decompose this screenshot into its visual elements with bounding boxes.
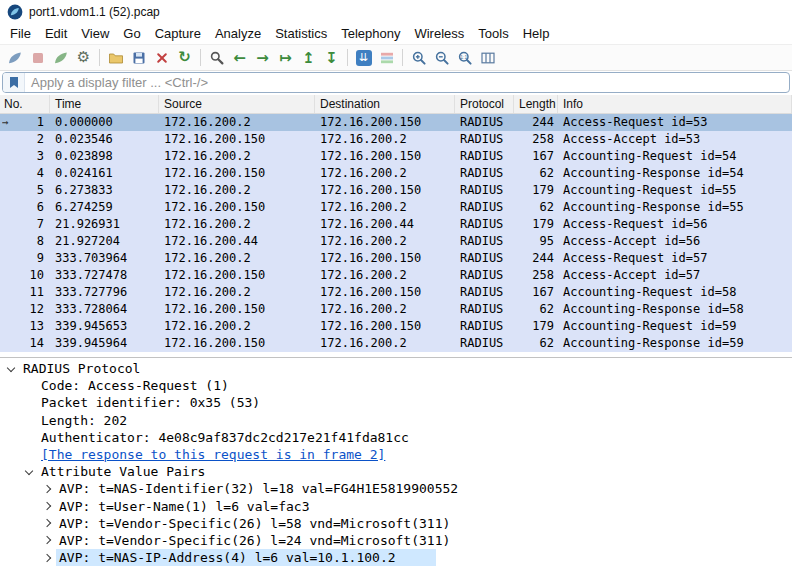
detail-line[interactable]: RADIUS Protocol	[2, 360, 792, 377]
expand-icon[interactable]	[38, 486, 56, 492]
go-forward-icon[interactable]: →	[251, 46, 274, 69]
expand-icon[interactable]	[38, 520, 56, 526]
packet-row-14[interactable]: 14339.945964172.16.200.150172.16.200.2RA…	[0, 335, 792, 352]
go-last-packet-icon[interactable]: ↧	[320, 46, 343, 69]
zoom-out-icon[interactable]	[430, 46, 453, 69]
destination-cell: 172.16.200.150	[315, 284, 455, 301]
column-header-protocol[interactable]: Protocol	[455, 95, 514, 113]
capture-options-icon[interactable]: ⚙	[72, 46, 95, 69]
menu-analyze[interactable]: Analyze	[208, 24, 268, 43]
column-header-no[interactable]: No.	[0, 95, 50, 113]
packet-row-4[interactable]: 40.024161172.16.200.150172.16.200.2RADIU…	[0, 165, 792, 182]
menu-telephony[interactable]: Telephony	[334, 24, 407, 43]
packet-row-1[interactable]: 1→0.000000172.16.200.2172.16.200.150RADI…	[0, 114, 792, 131]
source-cell: 172.16.200.150	[159, 165, 315, 182]
protocol-cell: RADIUS	[455, 165, 514, 182]
stop-capture-icon[interactable]	[26, 46, 49, 69]
length-cell: 179	[514, 318, 558, 335]
packet-row-3[interactable]: 30.023898172.16.200.2172.16.200.150RADIU…	[0, 148, 792, 165]
detail-line[interactable]: AVP: t=NAS-IP-Address(4) l=6 val=10.1.10…	[2, 549, 792, 566]
detail-text: Authenticator: 4e08c9af837dc2cd217e21f41…	[38, 429, 412, 446]
packet-row-2[interactable]: 20.023546172.16.200.150172.16.200.2RADIU…	[0, 131, 792, 148]
no-cell: 10	[0, 267, 50, 284]
detail-line[interactable]: AVP: t=Vendor-Specific(26) l=58 vnd=Micr…	[2, 515, 792, 532]
zoom-100-icon[interactable]: 1:1	[453, 46, 476, 69]
zoom-in-icon[interactable]	[407, 46, 430, 69]
menu-edit[interactable]: Edit	[38, 24, 74, 43]
packet-row-11[interactable]: 11333.727796172.16.200.2172.16.200.150RA…	[0, 284, 792, 301]
menu-file[interactable]: File	[3, 24, 38, 43]
reload-file-icon[interactable]: ↻	[173, 46, 196, 69]
menu-capture[interactable]: Capture	[148, 24, 208, 43]
protocol-cell: RADIUS	[455, 216, 514, 233]
detail-line[interactable]: AVP: t=Vendor-Specific(26) l=24 vnd=Micr…	[2, 532, 792, 549]
no-cell: 3	[0, 148, 50, 165]
expand-icon[interactable]	[38, 537, 56, 543]
expand-icon[interactable]	[38, 503, 56, 509]
menu-help[interactable]: Help	[516, 24, 557, 43]
packet-row-12[interactable]: 12333.728064172.16.200.150172.16.200.2RA…	[0, 301, 792, 318]
info-cell: Accounting-Response id=54	[558, 165, 792, 182]
packet-row-9[interactable]: 9333.703964172.16.200.2172.16.200.150RAD…	[0, 250, 792, 267]
detail-text: AVP: t=Vendor-Specific(26) l=24 vnd=Micr…	[56, 532, 453, 549]
start-capture-icon[interactable]	[3, 46, 26, 69]
menu-statistics[interactable]: Statistics	[268, 24, 334, 43]
find-packet-icon[interactable]	[205, 46, 228, 69]
info-cell: Accounting-Response id=55	[558, 199, 792, 216]
detail-line[interactable]: AVP: t=NAS-Identifier(32) l=18 val=FG4H1…	[2, 480, 792, 497]
column-header-destination[interactable]: Destination	[315, 95, 455, 113]
collapse-icon[interactable]	[2, 367, 20, 371]
packet-row-13[interactable]: 13339.945653172.16.200.2172.16.200.150RA…	[0, 318, 792, 335]
column-header-time[interactable]: Time	[50, 95, 159, 113]
display-filter-input[interactable]: Apply a display filter ... <Ctrl-/>	[2, 72, 790, 93]
filter-bar: Apply a display filter ... <Ctrl-/>	[0, 71, 792, 95]
menu-wireless[interactable]: Wireless	[407, 24, 471, 43]
destination-cell: 172.16.200.150	[315, 114, 455, 131]
collapse-icon[interactable]	[20, 470, 38, 474]
detail-line[interactable]: Attribute Value Pairs	[2, 463, 792, 480]
response-link[interactable]: [The response to this request is in fram…	[2, 446, 792, 463]
packet-row-8[interactable]: 821.927204172.16.200.44172.16.200.2RADIU…	[0, 233, 792, 250]
filter-bookmark-icon[interactable]	[3, 73, 25, 92]
close-file-icon[interactable]	[150, 46, 173, 69]
detail-line[interactable]: Length: 202	[2, 412, 792, 429]
detail-line[interactable]: Authenticator: 4e08c9af837dc2cd217e21f41…	[2, 429, 792, 446]
go-to-packet-icon[interactable]: ↦	[274, 46, 297, 69]
source-cell: 172.16.200.2	[159, 216, 315, 233]
protocol-cell: RADIUS	[455, 284, 514, 301]
packet-row-5[interactable]: 56.273833172.16.200.2172.16.200.150RADIU…	[0, 182, 792, 199]
menu-tools[interactable]: Tools	[471, 24, 515, 43]
source-cell: 172.16.200.2	[159, 182, 315, 199]
detail-line[interactable]: AVP: t=User-Name(1) l=6 val=fac3	[2, 498, 792, 515]
detail-text: AVP: t=NAS-Identifier(32) l=18 val=FG4H1…	[56, 480, 461, 497]
info-cell: Access-Accept id=57	[558, 267, 792, 284]
detail-text: Attribute Value Pairs	[38, 463, 208, 480]
packet-row-6[interactable]: 66.274259172.16.200.150172.16.200.2RADIU…	[0, 199, 792, 216]
packet-row-7[interactable]: 721.926931172.16.200.2172.16.200.44RADIU…	[0, 216, 792, 233]
colorize-icon[interactable]	[375, 46, 398, 69]
menu-view[interactable]: View	[74, 24, 116, 43]
auto-scroll-icon[interactable]: ⇊	[352, 46, 375, 69]
open-file-icon[interactable]	[104, 46, 127, 69]
column-header-length[interactable]: Length	[514, 95, 558, 113]
packet-row-10[interactable]: 10333.727478172.16.200.150172.16.200.2RA…	[0, 267, 792, 284]
detail-line[interactable]: Code: Access-Request (1)	[2, 377, 792, 394]
go-first-packet-icon[interactable]: ↥	[297, 46, 320, 69]
no-cell: 7	[0, 216, 50, 233]
column-header-info[interactable]: Info	[558, 95, 792, 113]
protocol-cell: RADIUS	[455, 301, 514, 318]
menu-go[interactable]: Go	[116, 24, 147, 43]
toolbar-separator	[402, 49, 403, 66]
protocol-cell: RADIUS	[455, 267, 514, 284]
time-cell: 0.023546	[50, 131, 159, 148]
restart-capture-icon[interactable]	[49, 46, 72, 69]
save-file-icon[interactable]	[127, 46, 150, 69]
detail-line[interactable]: Packet identifier: 0x35 (53)	[2, 394, 792, 411]
expand-icon[interactable]	[38, 555, 56, 561]
go-back-icon[interactable]: ←	[228, 46, 251, 69]
detail-text: [The response to this request is in fram…	[38, 446, 388, 463]
resize-columns-icon[interactable]	[476, 46, 499, 69]
no-cell: 1→	[0, 114, 50, 131]
column-header-source[interactable]: Source	[159, 95, 315, 113]
destination-cell: 172.16.200.2	[315, 199, 455, 216]
